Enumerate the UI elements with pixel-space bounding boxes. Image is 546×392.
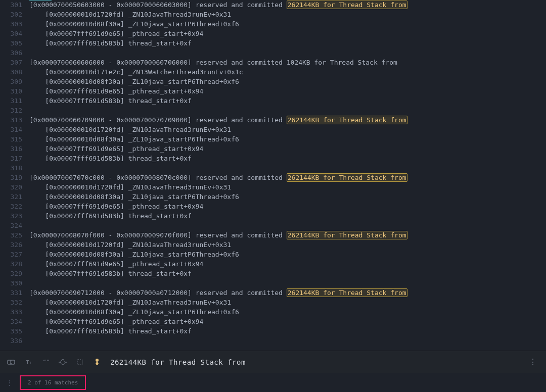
line-number: 311 bbox=[0, 96, 22, 106]
line-number: 310 bbox=[0, 86, 22, 96]
code-line[interactable]: [0x0000700090712000 - 0x00007000a0712000… bbox=[29, 288, 546, 298]
line-number: 314 bbox=[0, 125, 22, 134]
status-menu-icon[interactable]: ⋮ bbox=[3, 379, 16, 386]
code-line[interactable]: [0x000070007070c000 - 0x000070008070c000… bbox=[29, 173, 546, 182]
line-number: 307 bbox=[0, 58, 22, 67]
line-number: 322 bbox=[0, 202, 22, 211]
line-number: 317 bbox=[0, 154, 22, 163]
code-line[interactable]: [0x000000010d1720fd] _ZN10JavaThread3run… bbox=[29, 298, 546, 307]
code-line[interactable]: [0x000000010d08f30a] _ZL10java_startP6Th… bbox=[29, 307, 546, 317]
code-line[interactable]: [0x0000700050603000 - 0x0000700060603000… bbox=[29, 0, 546, 10]
search-match-highlight: 262144KB for Thread Stack from bbox=[287, 1, 407, 9]
line-number: 327 bbox=[0, 250, 22, 259]
code-line[interactable] bbox=[29, 336, 546, 346]
line-number: 303 bbox=[0, 19, 22, 29]
svg-point-7 bbox=[96, 359, 99, 362]
line-number: 332 bbox=[0, 298, 22, 307]
code-line[interactable]: [0x00007fff691d583b] thread_start+0xf bbox=[29, 96, 546, 106]
code-line[interactable]: [0x00007fff691d9e65] _pthread_start+0x94 bbox=[29, 86, 546, 96]
cursor-line-marker bbox=[29, 0, 52, 1]
code-line[interactable] bbox=[29, 106, 546, 115]
code-line[interactable]: [0x00007fff691d9e65] _pthread_start+0x94 bbox=[29, 144, 546, 154]
search-match-highlight: 262144KB for Thread Stack from bbox=[287, 288, 407, 297]
code-content[interactable]: [0x0000700050603000 - 0x0000700060603000… bbox=[29, 0, 546, 349]
line-number: 330 bbox=[0, 278, 22, 288]
line-number: 304 bbox=[0, 29, 22, 38]
svg-text:“: “ bbox=[43, 359, 46, 365]
line-number: 320 bbox=[0, 182, 22, 192]
code-line[interactable] bbox=[29, 221, 546, 230]
line-number: 323 bbox=[0, 211, 22, 221]
line-number-gutter: 3013023033043053063073083093103113123133… bbox=[0, 0, 29, 349]
line-number: 315 bbox=[0, 134, 22, 144]
line-number: 331 bbox=[0, 288, 22, 298]
status-bar: ⋮ 2 of 16 matches bbox=[0, 373, 546, 392]
match-count-badge: 2 of 16 matches bbox=[20, 375, 86, 390]
code-line[interactable]: [0x000000010d1720fd] _ZN10JavaThread3run… bbox=[29, 125, 546, 134]
code-line[interactable]: [0x0000700060709000 - 0x0000700070709000… bbox=[29, 115, 546, 125]
whole-word-toggle-icon[interactable]: “” bbox=[40, 357, 51, 367]
code-line[interactable]: [0x000000010d08f30a] _ZL10java_startP6Th… bbox=[29, 192, 546, 202]
code-line[interactable]: [0x000000010d1720fd] _ZN10JavaThread3run… bbox=[29, 182, 546, 192]
line-number: 328 bbox=[0, 259, 22, 269]
code-line[interactable]: [0x0000700060606000 - 0x0000700060706000… bbox=[29, 58, 546, 67]
code-line[interactable]: [0x00007fff691d583b] thread_start+0xf bbox=[29, 211, 546, 221]
search-menu-icon[interactable]: ⋮ bbox=[526, 357, 540, 367]
line-number: 306 bbox=[0, 48, 22, 58]
code-line[interactable]: [0x00007fff691d583b] thread_start+0xf bbox=[29, 269, 546, 278]
line-number: 313 bbox=[0, 115, 22, 125]
code-line[interactable]: [0x000000010d08f30a] _ZL10java_startP6Th… bbox=[29, 19, 546, 29]
line-number: 335 bbox=[0, 326, 22, 336]
case-sensitive-toggle-icon[interactable]: TT bbox=[23, 357, 33, 367]
line-number: 325 bbox=[0, 230, 22, 240]
search-input[interactable] bbox=[110, 358, 518, 366]
code-line[interactable]: [0x00007fff691d9e65] _pthread_start+0x94 bbox=[29, 259, 546, 269]
code-line[interactable]: [0x00007fff691d583b] thread_start+0xf bbox=[29, 38, 546, 48]
line-number: 316 bbox=[0, 144, 22, 154]
line-number: 308 bbox=[0, 67, 22, 77]
line-number: 318 bbox=[0, 163, 22, 173]
code-line[interactable]: [0x000000010d08f30a] _ZL10java_startP6Th… bbox=[29, 77, 546, 86]
line-number: 312 bbox=[0, 106, 22, 115]
search-options: E TT “” bbox=[6, 357, 102, 367]
line-number: 333 bbox=[0, 307, 22, 317]
line-number: 301 bbox=[0, 0, 22, 10]
code-line[interactable]: [0x00007fff691d9e65] _pthread_start+0x94 bbox=[29, 29, 546, 38]
editor-area: 3013023033043053063073083093103113123133… bbox=[0, 0, 546, 349]
line-number: 324 bbox=[0, 221, 22, 230]
code-line[interactable]: [0x000000010d171e2c] _ZN13WatcherThread3… bbox=[29, 67, 546, 77]
code-line[interactable]: [0x000000010d1720fd] _ZN10JavaThread3run… bbox=[29, 10, 546, 19]
code-line[interactable]: [0x000000010d08f30a] _ZL10java_startP6Th… bbox=[29, 250, 546, 259]
line-number: 302 bbox=[0, 10, 22, 19]
code-line[interactable]: [0x00007fff691d9e65] _pthread_start+0x94 bbox=[29, 202, 546, 211]
line-number: 319 bbox=[0, 173, 22, 182]
highlight-all-toggle-icon[interactable] bbox=[92, 357, 102, 367]
search-match-highlight: 262144KB for Thread Stack from bbox=[287, 231, 407, 239]
code-line[interactable]: [0x00007fff691d9e65] _pthread_start+0x94 bbox=[29, 317, 546, 326]
selection-only-icon[interactable] bbox=[75, 357, 85, 367]
svg-text:T: T bbox=[26, 359, 29, 366]
code-line[interactable] bbox=[29, 278, 546, 288]
svg-text:”: ” bbox=[47, 359, 50, 365]
svg-text:E: E bbox=[10, 360, 13, 365]
code-line[interactable]: [0x000000010d08f30a] _ZL10java_startP6Th… bbox=[29, 134, 546, 144]
line-number: 305 bbox=[0, 38, 22, 48]
code-line[interactable]: [0x00007fff691d583b] thread_start+0xf bbox=[29, 154, 546, 163]
code-line[interactable]: [0x000000010d1720fd] _ZN10JavaThread3run… bbox=[29, 240, 546, 250]
line-number: 334 bbox=[0, 317, 22, 326]
svg-rect-6 bbox=[77, 360, 82, 365]
regex-toggle-icon[interactable]: E bbox=[6, 357, 16, 367]
in-selection-toggle-icon[interactable] bbox=[58, 357, 68, 367]
search-bar: E TT “” ⋮ bbox=[0, 351, 546, 373]
code-line[interactable] bbox=[29, 163, 546, 173]
line-number: 326 bbox=[0, 240, 22, 250]
code-line[interactable]: [0x00007fff691d583b] thread_start+0xf bbox=[29, 326, 546, 336]
line-number: 329 bbox=[0, 269, 22, 278]
code-line[interactable] bbox=[29, 48, 546, 58]
code-line[interactable]: [0x000070008070f000 - 0x000070009070f000… bbox=[29, 230, 546, 240]
svg-text:T: T bbox=[29, 361, 32, 365]
search-match-highlight: 262144KB for Thread Stack from bbox=[287, 116, 407, 124]
line-number: 336 bbox=[0, 336, 22, 346]
line-number: 321 bbox=[0, 192, 22, 202]
line-number: 309 bbox=[0, 77, 22, 86]
